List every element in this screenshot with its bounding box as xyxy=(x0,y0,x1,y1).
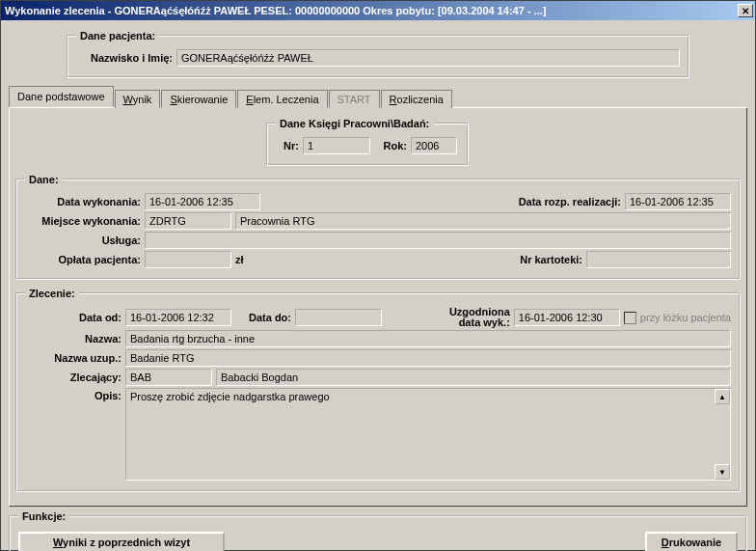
data-od-label: Data od: xyxy=(25,312,122,323)
nazwa-uzup-field[interactable]: Badanie RTG xyxy=(125,349,731,367)
funkcje-legend: Funkcje: xyxy=(18,510,69,522)
rok-label: Rok: xyxy=(374,140,407,152)
uzg-field[interactable]: 16-01-2006 12:30 xyxy=(514,309,620,326)
patient-legend: Dane pacjenta: xyxy=(76,30,159,41)
data-do-label: Data do: xyxy=(235,312,291,323)
ksiega-legend: Dane Księgi Pracowni\Badań: xyxy=(276,118,433,129)
main-window: Wykonanie zlecenia - GONERAąćśęłóńźż PAW… xyxy=(0,0,756,551)
kartoteka-label: Nr kartoteki: xyxy=(520,254,582,265)
nazwa-label: Nazwa: xyxy=(25,333,122,344)
close-button[interactable]: ✕ xyxy=(738,4,753,17)
data-do-field[interactable] xyxy=(295,309,382,326)
kartoteka-field[interactable] xyxy=(586,251,731,268)
rok-field[interactable]: 2006 xyxy=(411,137,457,154)
oplata-unit: zł xyxy=(235,254,253,265)
funkcje-fieldset: Funkcje: Wyniki z poprzednich wizyt Druk… xyxy=(9,510,747,551)
przy-lozku-label: przy łóżku pacjenta xyxy=(640,312,731,323)
usluga-label: Usługa: xyxy=(25,234,141,246)
drukowanie-button[interactable]: Drukowanie xyxy=(645,532,738,551)
nr-field[interactable]: 1 xyxy=(303,137,370,154)
zlecenie-legend: Zlecenie: xyxy=(25,288,79,299)
zlec-label: Zlecający: xyxy=(25,372,122,383)
data-od-field[interactable]: 16-01-2006 12:32 xyxy=(125,309,231,326)
oplata-field[interactable] xyxy=(145,251,231,268)
tab-wynik[interactable]: Wynik xyxy=(115,90,161,108)
tab-skierowanie[interactable]: Skierowanie xyxy=(161,90,236,108)
data-wyk-label: Data wykonania: xyxy=(25,196,141,207)
data-wyk-field[interactable]: 16-01-2006 12:35 xyxy=(145,193,260,210)
oplata-label: Opłata pacjenta: xyxy=(25,254,141,265)
opis-label: Opis: xyxy=(25,388,122,401)
nazwa-uzup-label: Nazwa uzup.: xyxy=(25,352,122,364)
data-rozp-label: Data rozp. realizacji: xyxy=(519,196,621,207)
patient-name-field[interactable]: GONERAąćśęłóńźż PAWEŁ xyxy=(176,49,680,67)
tab-rozliczenia[interactable]: Rozliczenia xyxy=(381,90,452,108)
nazwa-field[interactable]: Badania rtg brzucha - inne xyxy=(125,330,731,347)
scroll-up-icon[interactable]: ▲ xyxy=(715,389,730,404)
miejsce-label: Miejsce wykonania: xyxy=(25,215,141,227)
patient-name-label: Nazwisko i Imię: xyxy=(76,52,173,64)
uzg-label-2: data wyk.: xyxy=(449,317,510,328)
opis-textarea[interactable]: Proszę zrobić zdjęcie nadgarstka prawego… xyxy=(125,388,731,481)
window-title: Wykonanie zlecenia - GONERAąćśęłóńźż PAW… xyxy=(5,5,546,16)
dane-legend: Dane: xyxy=(25,174,63,185)
client-area: Dane pacjenta: Nazwisko i Imię: GONERAąć… xyxy=(1,20,755,551)
wyniki-poprzednich-button[interactable]: Wyniki z poprzednich wizyt xyxy=(18,532,225,551)
opis-scrollbar[interactable]: ▲ ▼ xyxy=(715,389,730,480)
usluga-field[interactable] xyxy=(145,232,731,249)
opis-text: Proszę zrobić zdjęcie nadgarstka prawego xyxy=(130,391,330,402)
patient-fieldset: Dane pacjenta: Nazwisko i Imię: GONERAąć… xyxy=(67,30,689,78)
zlec-name-field[interactable]: Babacki Bogdan xyxy=(216,369,731,386)
zlec-code-field[interactable]: BAB xyxy=(125,369,212,386)
tab-content: Dane Księgi Pracowni\Badań: Nr: 1 Rok: 2… xyxy=(9,108,747,507)
nr-label: Nr: xyxy=(276,140,299,152)
tab-dane-podstawowe[interactable]: Dane podstawowe xyxy=(9,86,114,107)
przy-lozku-checkbox[interactable] xyxy=(624,312,636,324)
scroll-down-icon[interactable]: ▼ xyxy=(715,464,730,480)
miejsce-name-field[interactable]: Pracownia RTG xyxy=(235,212,731,230)
ksiega-fieldset: Dane Księgi Pracowni\Badań: Nr: 1 Rok: 2… xyxy=(266,118,469,166)
tab-strip: Dane podstawowe Wynik Skierowanie Elem. … xyxy=(9,86,747,108)
tab-elem-leczenia[interactable]: Elem. Leczenia xyxy=(237,90,327,108)
data-rozp-field[interactable]: 16-01-2006 12:35 xyxy=(625,193,731,210)
zlecenie-fieldset: Zlecenie: Data od: 16-01-2006 12:32 Data… xyxy=(15,288,741,492)
titlebar: Wykonanie zlecenia - GONERAąćśęłóńźż PAW… xyxy=(1,1,755,20)
dane-fieldset: Dane: Data wykonania: 16-01-2006 12:35 D… xyxy=(15,174,741,280)
miejsce-code-field[interactable]: ZDRTG xyxy=(145,212,231,230)
tab-start: START xyxy=(329,90,380,108)
